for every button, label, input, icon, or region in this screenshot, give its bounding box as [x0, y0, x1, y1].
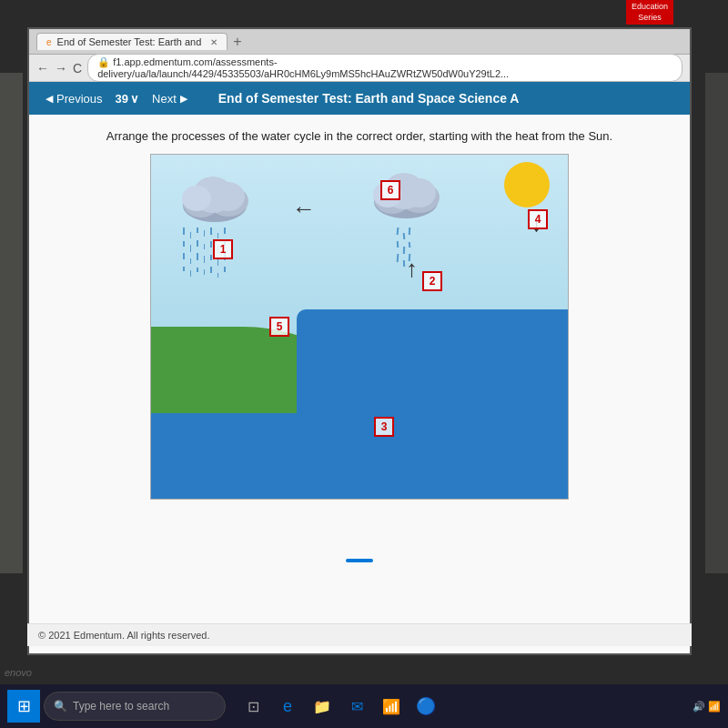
lenovo-logo: enovo [5, 667, 32, 678]
question-number: 39 [116, 92, 128, 106]
tab-close-icon[interactable]: ✕ [210, 37, 217, 47]
search-placeholder: Type here to search [73, 700, 169, 713]
cloud-left [178, 171, 278, 226]
edu-logo-line2: Series [632, 13, 668, 24]
evaporation-arrow: ↑ [406, 255, 418, 283]
label-2[interactable]: 2 [422, 271, 442, 291]
tab-title: End of Semester Test: Earth and [57, 36, 202, 47]
tab-favicon: e [46, 37, 52, 47]
chevron-down-icon: ∨ [130, 92, 139, 106]
next-button[interactable]: Next ▶ [147, 88, 193, 109]
taskbar-right: 🔊 📶 [693, 701, 721, 713]
file-explorer-icon[interactable]: 📁 [308, 692, 337, 721]
forward-button[interactable]: → [55, 61, 67, 76]
wind-arrow: ← [292, 195, 316, 223]
address-input[interactable]: 🔒 f1.app.edmentum.com/assessments-delive… [87, 54, 682, 82]
label-4[interactable]: 4 [528, 209, 548, 229]
glare-right [705, 73, 728, 573]
address-text: f1.app.edmentum.com/assessments-delivery… [97, 56, 509, 79]
taskbar-icons: ⊡ e 📁 ✉ 📶 🔵 [238, 692, 440, 721]
scroll-indicator [346, 559, 373, 562]
refresh-button[interactable]: C [73, 61, 82, 76]
question-text: Arrange the processes of the water cycle… [47, 129, 672, 143]
water-bottom [151, 413, 568, 500]
secure-icon: 🔒 [97, 56, 110, 67]
network-icon[interactable]: 📶 [377, 692, 406, 721]
start-button[interactable]: ⊞ [7, 690, 40, 723]
edu-logo-line1: Education [632, 2, 668, 13]
new-tab-button[interactable]: + [233, 34, 241, 50]
copyright-text: © 2021 Edmentum. All rights reserved. [38, 630, 209, 641]
svg-point-5 [212, 182, 245, 211]
page-title: End of Semester Test: Earth and Space Sc… [218, 91, 520, 106]
next-label: Next [152, 92, 177, 106]
mail-icon[interactable]: ✉ [342, 692, 371, 721]
footer: © 2021 Edmentum. All rights reserved. [27, 623, 692, 646]
svg-point-11 [403, 178, 436, 207]
previous-icon: ◀ [46, 93, 53, 105]
sun [504, 162, 550, 207]
question-number-selector[interactable]: 39 ∨ [116, 92, 139, 106]
browser-window: e End of Semester Test: Earth and ✕ + ← … [27, 27, 692, 655]
water-cycle-diagram: ← ↑ ↓ 1 2 3 4 5 [150, 154, 569, 500]
tab-bar: e End of Semester Test: Earth and ✕ + [29, 29, 690, 55]
label-1[interactable]: 1 [213, 239, 233, 259]
education-logo: Education Series [626, 0, 673, 25]
previous-button[interactable]: ◀ Previous [40, 88, 108, 109]
label-3[interactable]: 3 [374, 417, 394, 437]
glare-left [0, 73, 23, 573]
water-body [297, 309, 568, 412]
previous-label: Previous [56, 92, 103, 106]
label-6[interactable]: 6 [380, 180, 400, 200]
back-button[interactable]: ← [36, 61, 49, 76]
system-tray: 🔊 📶 [693, 701, 721, 713]
search-icon: 🔍 [54, 700, 67, 713]
browser-tab[interactable]: e End of Semester Test: Earth and ✕ [36, 33, 228, 50]
toolbar: ◀ Previous 39 ∨ Next ▶ End of Semester T… [29, 82, 690, 115]
chrome-icon[interactable]: 🔵 [411, 692, 440, 721]
label-5[interactable]: 5 [269, 317, 289, 337]
taskbar: ⊞ 🔍 Type here to search ⊡ e 📁 ✉ 📶 🔵 🔊 📶 [0, 684, 728, 728]
svg-point-4 [182, 186, 211, 211]
next-icon: ▶ [180, 93, 187, 105]
edge-browser-icon[interactable]: e [273, 692, 302, 721]
address-bar: ← → C 🔒 f1.app.edmentum.com/assessments-… [29, 55, 690, 82]
search-box[interactable]: 🔍 Type here to search [44, 692, 226, 721]
task-view-button[interactable]: ⊡ [238, 692, 268, 721]
windows-icon: ⊞ [17, 696, 31, 716]
content-area: Arrange the processes of the water cycle… [29, 115, 690, 653]
